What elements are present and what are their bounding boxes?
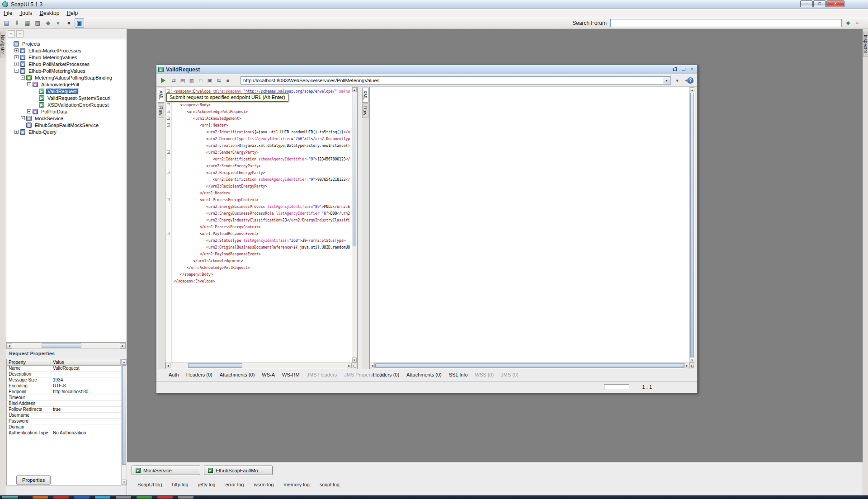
tree-item-validrequest[interactable]: ▶ValidRequest <box>6 88 126 94</box>
scroll-left-icon[interactable]: ◀ <box>370 363 375 368</box>
scrollbar-thumb[interactable] <box>188 363 242 368</box>
log-tab-memory-log[interactable]: memory log <box>278 481 314 488</box>
proxy-icon[interactable]: ● <box>64 18 74 28</box>
fold-toggle-icon[interactable]: - <box>167 89 170 93</box>
tree-item-pollfordata[interactable]: +◆PollForData <box>6 108 126 115</box>
scroll-down-icon[interactable]: ▼ <box>122 480 127 485</box>
starter-page-icon[interactable]: ▣ <box>75 18 84 28</box>
forum-list-icon[interactable]: ≡ <box>854 19 861 26</box>
scroll-up-icon[interactable]: ▲ <box>690 87 694 92</box>
log-tab-http-log[interactable]: http log <box>167 481 193 488</box>
menu-help[interactable]: Help <box>63 9 81 17</box>
tree-item-elhubsoapfaultmockservice[interactable]: ▦ElhubSoapFaultMockService <box>6 122 126 128</box>
menu-tools[interactable]: Tools <box>16 9 36 17</box>
tab-ws-a[interactable]: WS-A <box>258 370 278 379</box>
minimized-window-elhubsoapfaultmo[interactable]: ▶ElhubSoapFaultMo... <box>204 466 273 475</box>
inspector-tab[interactable]: Inspector <box>863 32 868 56</box>
navigator-tab[interactable]: Navigator <box>0 32 5 57</box>
table-row[interactable]: Description <box>7 372 121 377</box>
submit-request-button[interactable] <box>161 78 165 83</box>
column-header-value[interactable]: Value <box>51 359 121 366</box>
log-tab-error-log[interactable]: error log <box>220 481 249 488</box>
taskbar-app-icon[interactable] <box>157 496 173 499</box>
scrollbar-thumb[interactable] <box>690 93 694 357</box>
table-row[interactable]: Authentication TypeNo Authorization <box>7 430 121 436</box>
editor-tab-xml[interactable]: XML <box>362 88 368 103</box>
table-row[interactable]: NameValidRequest <box>7 366 121 372</box>
tree-item-acknowledgepoll[interactable]: -◆AcknowledgePoll <box>6 81 126 88</box>
taskbar-app-icon[interactable] <box>116 496 131 499</box>
forum-icon[interactable]: ◆ <box>43 18 53 28</box>
tree-view-icon[interactable]: ≡ <box>8 30 15 38</box>
tab-headers-0[interactable]: Headers (0) <box>183 370 216 379</box>
tear-off-icon[interactable]: ▾ <box>674 77 681 84</box>
tab-headers-0[interactable]: Headers (0) <box>369 370 403 379</box>
scrollbar-thumb[interactable] <box>375 363 684 368</box>
properties-tab-button[interactable]: Properties <box>16 475 51 485</box>
table-row[interactable]: Endpointhttp://localhost:80... <box>7 389 121 395</box>
expand-icon[interactable]: + <box>14 130 19 134</box>
collapse-icon[interactable]: - <box>27 82 31 86</box>
scrollbar-thumb[interactable] <box>353 93 356 246</box>
fold-toggle-icon[interactable]: - <box>167 232 170 235</box>
tab-ssl-info[interactable]: SSL Info <box>445 370 472 379</box>
taskbar-app-icon[interactable] <box>95 496 110 499</box>
scroll-left-icon[interactable]: ◀ <box>6 343 12 348</box>
tree-item-elhub-marketprocesses[interactable]: +▣Elhub-MarketProcesses <box>6 47 126 54</box>
editor-tab-xml[interactable]: XML <box>158 88 164 103</box>
window-maximize-button[interactable] <box>680 66 687 72</box>
help-icon[interactable]: ? <box>687 77 693 84</box>
tree-item-meteringvaluespollingsoapbinding[interactable]: -⇄MeteringValuesPollingSoapBinding <box>6 74 126 81</box>
tree-item-elhub-query[interactable]: +▣Elhub-Query <box>6 128 126 135</box>
pane-splitter[interactable] <box>358 87 362 369</box>
fold-toggle-icon[interactable]: - <box>167 110 170 113</box>
table-row[interactable]: Domain <box>7 424 121 430</box>
new-project-icon[interactable]: ▤ <box>2 18 11 28</box>
response-vertical-scrollbar[interactable]: ▲ ▼ <box>689 87 695 362</box>
scrollbar-thumb[interactable] <box>42 344 81 348</box>
log-tab-jetty-log[interactable]: jetty log <box>193 481 221 488</box>
cancel-request-icon[interactable]: ■ <box>224 77 231 84</box>
fold-toggle-icon[interactable]: - <box>167 151 170 154</box>
scroll-up-icon[interactable]: ▲ <box>352 87 357 92</box>
tree-item-xsdvalidationerrorrequest[interactable]: ▶XSDValidationErrorRequest <box>6 101 126 108</box>
search-forum-input[interactable] <box>610 19 842 27</box>
status-field[interactable] <box>604 384 629 390</box>
log-tab-script-log[interactable]: script log <box>315 481 344 488</box>
minimized-window-mockservice[interactable]: ▶MockService <box>132 466 200 475</box>
start-button[interactable] <box>2 496 18 499</box>
menu-file[interactable]: File <box>0 9 16 17</box>
forum-search-icon[interactable]: ◆ <box>844 19 852 26</box>
tree-item-projects[interactable]: ▤Projects <box>6 40 126 47</box>
tree-item-elhub-pollmarketprocesses[interactable]: +▣Elhub-PollMarketProcesses <box>6 61 126 67</box>
table-row[interactable]: Follow Redirectstrue <box>7 407 121 413</box>
editor-tab-raw[interactable]: Raw <box>158 104 164 118</box>
save-all-icon[interactable]: ▦ <box>23 18 32 28</box>
table-row[interactable]: Message Size1934 <box>7 377 121 383</box>
fold-toggle-icon[interactable]: - <box>167 123 170 127</box>
taskbar-app-icon[interactable] <box>74 496 90 499</box>
scroll-right-icon[interactable]: ▶ <box>684 363 689 368</box>
table-row[interactable]: Username <box>7 413 121 419</box>
add-to-testcase-icon[interactable]: ▤ <box>179 77 186 84</box>
request-horizontal-scrollbar[interactable]: ◀ ▶ <box>165 362 352 369</box>
expand-icon[interactable]: + <box>27 109 31 113</box>
resubmit-icon[interactable]: ⇄ <box>170 77 177 84</box>
open-workspace-icon[interactable]: ▧ <box>33 18 42 28</box>
response-horizontal-scrollbar[interactable]: ◀ ▶ <box>370 362 689 369</box>
minimize-button[interactable]: – <box>800 0 813 7</box>
tree-item-elhub-pollmeteringvalues[interactable]: -▣Elhub-PollMeteringValues <box>6 67 126 74</box>
fold-toggle-icon[interactable]: - <box>167 171 170 174</box>
import-project-icon[interactable]: ⇓ <box>12 18 22 28</box>
table-row[interactable]: EncodingUTF-8 <box>7 383 121 389</box>
recreate-request-icon[interactable]: ▣ <box>206 77 213 84</box>
clear-request-icon[interactable]: □ <box>197 77 204 84</box>
tab-auth[interactable]: Auth <box>165 370 183 379</box>
expand-icon[interactable]: + <box>14 55 19 59</box>
collapse-icon[interactable]: - <box>21 75 25 80</box>
column-header-property[interactable]: Property <box>7 359 51 366</box>
preferences-icon[interactable]: ◐ <box>54 18 63 28</box>
table-row[interactable]: Password <box>7 419 121 424</box>
tree-item-validrequest-system-securi[interactable]: ▶ValidRequest-System/Securi <box>6 94 126 101</box>
chevron-down-icon[interactable]: ▼ <box>663 77 670 84</box>
